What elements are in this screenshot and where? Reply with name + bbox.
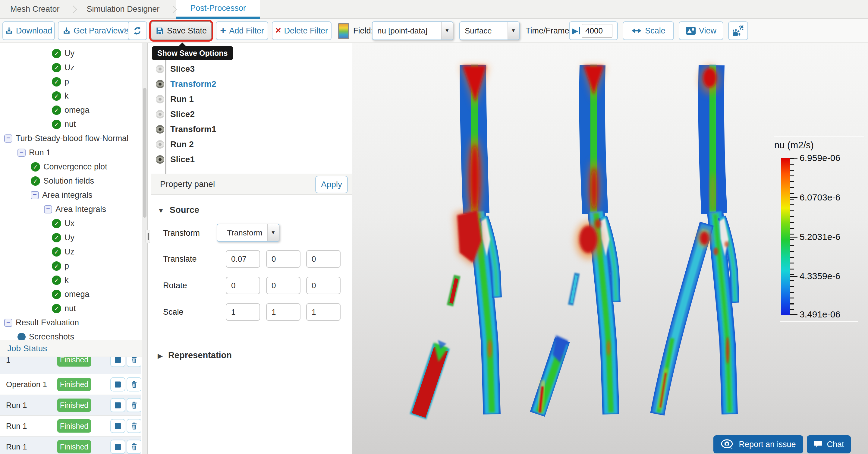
pipeline-item-run1[interactable]: Run 1 — [151, 92, 352, 107]
field-select[interactable]: nu [point-data] — [372, 22, 453, 40]
scale-z-input[interactable] — [306, 303, 341, 321]
source-section-header[interactable]: Source — [158, 205, 199, 215]
job-row[interactable]: Run 1 Finished — [0, 395, 141, 416]
translate-z-input[interactable] — [306, 250, 341, 268]
stop-job-button[interactable] — [110, 377, 125, 392]
refresh-button[interactable] — [128, 22, 147, 40]
plus-icon: + — [220, 24, 226, 36]
visibility-eye-icon[interactable] — [154, 139, 166, 150]
tree-item[interactable]: Uz — [0, 61, 141, 75]
delete-filter-button[interactable]: × Delete Filter — [272, 22, 332, 40]
collapse-icon[interactable] — [4, 319, 12, 327]
visibility-eye-icon[interactable] — [154, 64, 166, 74]
tree-item[interactable]: k — [0, 89, 141, 103]
translate-x-input[interactable] — [226, 250, 260, 268]
report-issue-button[interactable]: Report an issue — [713, 435, 803, 453]
panel-resize-handle[interactable] — [146, 230, 150, 243]
left-panel-scrollbar[interactable] — [142, 43, 147, 454]
tree-item[interactable]: k — [0, 273, 141, 287]
translate-y-input[interactable] — [266, 250, 301, 268]
tree-item[interactable]: nut — [0, 117, 141, 131]
colormap-icon[interactable] — [338, 23, 349, 39]
apply-button[interactable]: Apply — [315, 176, 348, 193]
stop-job-button[interactable] — [110, 398, 125, 413]
tree-item[interactable]: Uz — [0, 245, 141, 259]
delete-job-button[interactable] — [127, 357, 141, 367]
visibility-eye-icon[interactable] — [154, 79, 166, 89]
tab-post-processor[interactable]: Post-Processor — [176, 0, 260, 19]
play-icon[interactable] — [572, 26, 580, 36]
representation-select[interactable]: Surface — [459, 22, 520, 40]
tree-item[interactable]: Convergence plot — [0, 160, 141, 174]
pipeline-item-transform2[interactable]: Transform2 — [151, 77, 352, 92]
collapse-icon[interactable] — [4, 134, 12, 143]
tree-item-label: Uz — [64, 63, 74, 72]
tree-item[interactable]: Turb-Steady-blood flow-Normal — [0, 131, 141, 146]
pipeline-item-slice1[interactable]: Slice1 — [151, 152, 352, 167]
tree-item[interactable]: omega — [0, 103, 141, 117]
job-row[interactable]: 1 Finished — [0, 357, 141, 370]
visibility-eye-icon[interactable] — [154, 94, 166, 104]
get-paraview-button[interactable]: Get ParaView® — [58, 22, 134, 40]
add-filter-button[interactable]: + Add Filter — [216, 22, 268, 40]
transform-select[interactable]: Transform — [217, 224, 279, 242]
tree-item[interactable]: Uy — [0, 231, 141, 245]
rotate-z-input[interactable] — [306, 277, 341, 294]
transform-select-value: Transform — [217, 228, 267, 238]
render-viewport[interactable]: nu (m2/s) 6.959e-06 6.0703e-6 5.2031e-6 … — [352, 43, 868, 454]
delete-job-button[interactable] — [127, 440, 141, 454]
pipeline-item-run2[interactable]: Run 2 — [151, 137, 352, 152]
tab-simulation-designer[interactable]: Simulation Designer — [76, 0, 170, 19]
check-icon — [52, 304, 61, 313]
delete-job-button[interactable] — [127, 377, 141, 392]
collapse-icon[interactable] — [31, 191, 39, 199]
stop-job-button[interactable] — [110, 440, 125, 454]
pipeline-item-transform1[interactable]: Transform1 — [151, 122, 352, 137]
legend-label: 4.3359e-6 — [800, 271, 840, 281]
save-state-button[interactable]: Save State — [151, 22, 212, 40]
tree-item[interactable]: Uy — [0, 47, 141, 61]
collapse-icon[interactable] — [18, 149, 26, 157]
tab-mesh-creator[interactable]: Mesh Creator — [0, 0, 70, 19]
tree-item[interactable]: Area Integrals — [0, 202, 141, 216]
scale-y-input[interactable] — [266, 303, 301, 321]
stop-job-button[interactable] — [110, 357, 125, 367]
legend-label: 3.491e-06 — [800, 309, 840, 320]
visibility-eye-icon[interactable] — [154, 154, 166, 164]
tree-item[interactable]: omega — [0, 287, 141, 301]
scrollbar-thumb[interactable] — [143, 88, 147, 218]
representation-section-header[interactable]: Representation — [158, 350, 232, 360]
view-button[interactable]: View — [679, 22, 723, 40]
job-row[interactable]: Run 1 Finished — [0, 436, 141, 454]
pipeline-item-slice2[interactable]: Slice2 — [151, 107, 352, 122]
render-settings-button[interactable] — [728, 22, 748, 40]
chat-button[interactable]: Chat — [807, 435, 851, 453]
tree-item[interactable]: p — [0, 259, 141, 273]
job-row[interactable]: Operation 1 Finished — [0, 374, 141, 395]
scale-button[interactable]: Scale — [623, 22, 674, 40]
delete-job-button[interactable] — [127, 419, 141, 433]
pipeline-item-slice3[interactable]: Slice3 — [151, 61, 352, 77]
check-icon — [52, 105, 61, 115]
delete-job-button[interactable] — [127, 398, 141, 413]
download-button[interactable]: Download — [2, 22, 55, 40]
tree-item[interactable]: Solution fields — [0, 174, 141, 188]
job-status-header: Job Status — [0, 340, 147, 357]
time-frame-input[interactable] — [582, 24, 613, 38]
tree-item[interactable]: Run 1 — [0, 146, 141, 160]
tree-item[interactable]: Ux — [0, 216, 141, 231]
job-row[interactable]: Run 1 Finished — [0, 416, 141, 436]
view-label: View — [699, 26, 716, 36]
scale-x-input[interactable] — [226, 303, 260, 321]
stop-job-button[interactable] — [110, 419, 125, 433]
tree-item[interactable]: p — [0, 75, 141, 89]
tree-item[interactable]: nut — [0, 301, 141, 315]
collapse-icon[interactable] — [44, 205, 52, 213]
rotate-x-input[interactable] — [226, 277, 260, 294]
pipeline-item-label: Transform1 — [170, 124, 216, 134]
rotate-y-input[interactable] — [266, 277, 301, 294]
tree-item[interactable]: Result Evaluation — [0, 315, 141, 330]
visibility-eye-icon[interactable] — [154, 124, 166, 134]
tree-item[interactable]: Area integrals — [0, 188, 141, 202]
visibility-eye-icon[interactable] — [154, 109, 166, 119]
